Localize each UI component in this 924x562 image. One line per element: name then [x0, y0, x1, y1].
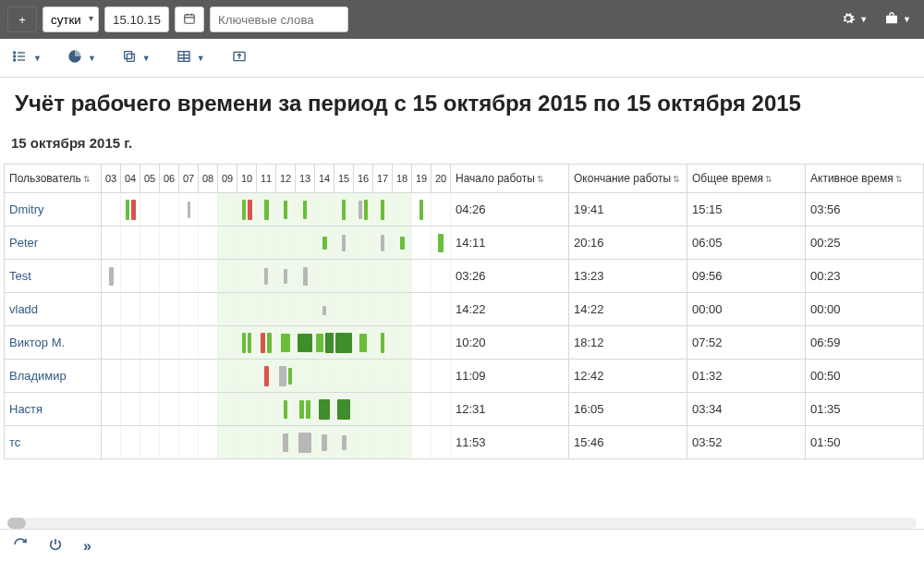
user-cell[interactable]: Test: [5, 260, 102, 293]
total-cell: 01:32: [687, 360, 806, 393]
timeline-cell: [199, 326, 218, 360]
col-hour-14: 14: [315, 165, 334, 193]
timeline-cell: [276, 393, 296, 426]
timeline-cell: [199, 193, 218, 226]
settings-menu[interactable]: ▼: [835, 7, 873, 32]
copy-menu[interactable]: ▼: [122, 49, 151, 67]
col-hour-10: 10: [237, 165, 257, 193]
timeline-cell: [218, 193, 237, 226]
date-input[interactable]: [104, 6, 169, 32]
user-cell[interactable]: тс: [5, 426, 102, 459]
add-button[interactable]: +: [7, 6, 37, 32]
timeline-cell: [140, 226, 160, 260]
power-button[interactable]: [48, 537, 63, 556]
timeline-cell: [237, 326, 257, 360]
bottom-toolbar: »: [0, 529, 924, 562]
timeline-cell: [257, 193, 276, 226]
col-hour-12: 12: [276, 165, 296, 193]
calendar-button[interactable]: [175, 6, 204, 32]
user-cell[interactable]: Peter: [5, 226, 102, 260]
end-cell: 19:41: [569, 193, 687, 226]
piechart-icon: [67, 49, 82, 67]
timeline-cell: [412, 326, 432, 360]
timeline-cell: [354, 426, 373, 459]
timeline-cell: [393, 360, 412, 393]
timeline-cell: [373, 293, 393, 326]
timeline-cell: [296, 293, 315, 326]
timeline-cell: [102, 260, 121, 293]
table-row: Test03:2613:2309:5600:230: [5, 260, 925, 293]
timeline-cell: [160, 426, 179, 459]
timeline-cell: [373, 193, 393, 226]
total-cell: 00:00: [687, 293, 806, 326]
total-cell: 15:15: [687, 193, 806, 226]
timeline-cell: [218, 260, 237, 293]
user-cell[interactable]: Dmitry: [5, 193, 102, 226]
timeline-cell: [412, 293, 432, 326]
period-select-wrap: сутки: [43, 6, 99, 32]
refresh-button[interactable]: [13, 537, 28, 556]
timeline-cell: [354, 360, 373, 393]
scrollbar-thumb[interactable]: [7, 518, 26, 529]
end-cell: 20:16: [569, 226, 687, 260]
export-button[interactable]: [231, 49, 248, 67]
table-menu[interactable]: ▼: [176, 49, 205, 67]
timeline-cell: [179, 293, 199, 326]
timeline-cell: [140, 326, 160, 360]
timeline-cell: [393, 293, 412, 326]
caret-down-icon: ▼: [88, 54, 96, 63]
timeline-cell: [315, 193, 334, 226]
table-row: vladd14:2214:2200:0000:000: [5, 293, 925, 326]
active-cell: 01:50: [806, 426, 924, 459]
total-cell: 03:34: [687, 393, 806, 426]
timeline-cell: [432, 326, 451, 360]
timeline-cell: [315, 393, 334, 426]
timeline-cell: [334, 360, 354, 393]
table-row: тс11:5315:4603:5201:500: [5, 426, 925, 459]
timeline-cell: [121, 360, 140, 393]
col-total[interactable]: Общее время⇅: [687, 165, 806, 193]
timeline-cell: [412, 360, 432, 393]
user-cell[interactable]: Виктор М.: [5, 326, 102, 360]
search-input[interactable]: [210, 6, 348, 32]
timeline-cell: [432, 293, 451, 326]
col-end[interactable]: Окончание работы⇅: [569, 165, 687, 193]
start-cell: 11:53: [451, 426, 569, 459]
timeline-cell: [179, 326, 199, 360]
list-menu[interactable]: ▼: [11, 49, 42, 67]
col-user[interactable]: Пользователь⇅: [5, 165, 102, 193]
gear-icon: [841, 11, 856, 29]
calendar-icon: [183, 12, 196, 28]
timeline-cell: [393, 193, 412, 226]
caret-down-icon: ▼: [142, 54, 151, 63]
timeline-cell: [373, 326, 393, 360]
timeline-cell: [296, 360, 315, 393]
user-cell[interactable]: Владимир: [5, 360, 102, 393]
timeline-cell: [102, 193, 121, 226]
timeline-cell: [334, 293, 354, 326]
timeline-cell: [296, 193, 315, 226]
start-cell: 04:26: [451, 193, 569, 226]
col-hour-09: 09: [218, 165, 237, 193]
chart-menu[interactable]: ▼: [67, 49, 96, 67]
svg-rect-6: [125, 52, 132, 59]
col-active[interactable]: Активное время⇅: [806, 165, 924, 193]
col-start[interactable]: Начало работы⇅: [451, 165, 569, 193]
caret-down-icon: ▼: [33, 54, 42, 63]
col-hour-07: 07: [179, 165, 199, 193]
svg-rect-5: [127, 54, 134, 61]
user-cell[interactable]: Настя: [5, 393, 102, 426]
timeline-cell: [160, 226, 179, 260]
timeline-cell: [393, 226, 412, 260]
svg-rect-1: [886, 15, 897, 23]
timeline-cell: [393, 426, 412, 459]
period-select[interactable]: сутки: [43, 6, 99, 32]
caret-down-icon: ▼: [903, 15, 911, 24]
timeline-cell: [121, 226, 140, 260]
user-cell[interactable]: vladd: [5, 293, 102, 326]
horizontal-scrollbar[interactable]: [7, 518, 917, 529]
end-cell: 15:46: [569, 426, 687, 459]
timeline-cell: [102, 226, 121, 260]
briefcase-menu[interactable]: ▼: [879, 7, 917, 32]
expand-button[interactable]: »: [83, 538, 91, 555]
